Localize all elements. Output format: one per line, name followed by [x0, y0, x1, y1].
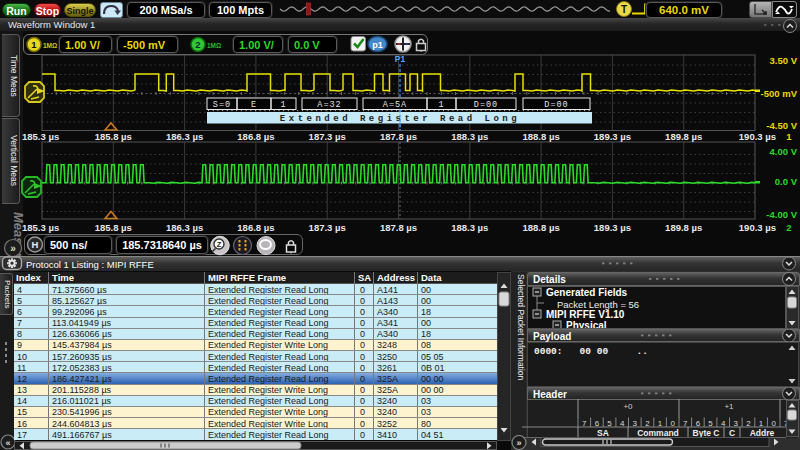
svg-text:3: 3: [633, 419, 638, 428]
svg-text:3: 3: [734, 419, 739, 428]
svg-text:1: 1: [658, 419, 663, 428]
svg-text:+1: +1: [724, 402, 734, 411]
svg-text:2: 2: [746, 419, 751, 428]
svg-text:5: 5: [708, 419, 713, 428]
svg-text:2: 2: [645, 419, 650, 428]
svg-text:5: 5: [607, 419, 612, 428]
svg-text:+0: +0: [623, 402, 633, 411]
svg-text:6: 6: [696, 419, 701, 428]
svg-text:4: 4: [620, 419, 625, 428]
svg-text:1: 1: [759, 419, 764, 428]
svg-text:0: 0: [670, 419, 675, 428]
svg-text:4: 4: [721, 419, 726, 428]
svg-text:0: 0: [771, 419, 776, 428]
svg-text:7: 7: [683, 419, 688, 428]
svg-text:7: 7: [582, 419, 587, 428]
svg-text:»: »: [516, 438, 521, 448]
svg-text:6: 6: [595, 419, 600, 428]
